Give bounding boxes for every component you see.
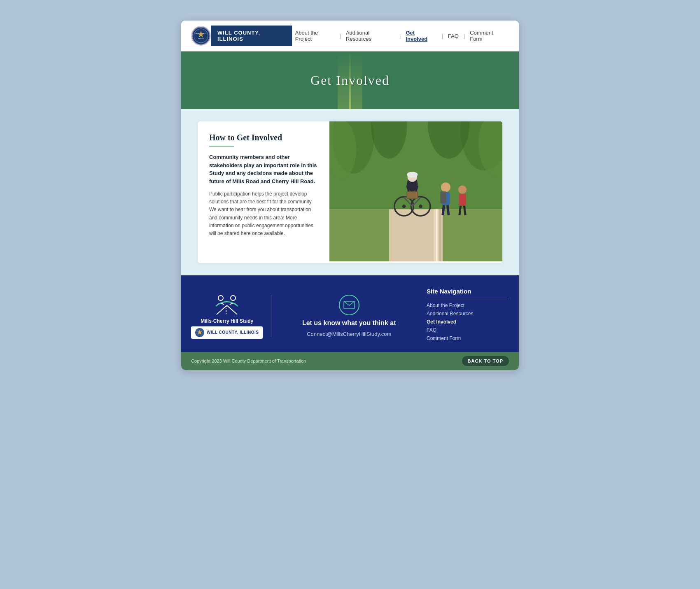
- card-bold-paragraph: Community members and other stakeholders…: [209, 153, 318, 185]
- card-text: How to Get Involved Community members an…: [198, 121, 329, 263]
- nav-divider-2: |: [399, 33, 401, 39]
- footer-nav-divider: [427, 299, 509, 299]
- footer-nav-faq[interactable]: FAQ: [427, 327, 509, 333]
- nav-divider-1: |: [340, 33, 341, 39]
- copyright-text: Copyright 2023 Will County Department of…: [191, 359, 306, 363]
- content-card: How to Get Involved Community members an…: [198, 121, 502, 263]
- nav-faq[interactable]: FAQ: [445, 31, 462, 41]
- svg-line-42: [460, 206, 461, 215]
- footer-county-seal-small: [195, 328, 204, 337]
- header: WILL COUNTY ILLINOIS WILL COUNTY, ILLINO…: [181, 21, 519, 51]
- card-heading-underline: [209, 146, 234, 147]
- bottom-bar: Copyright 2023 Will County Department of…: [181, 352, 519, 370]
- svg-rect-18: [329, 209, 389, 261]
- nav-about[interactable]: About the Project: [292, 28, 338, 44]
- county-seal: WILL COUNTY ILLINOIS: [191, 26, 211, 46]
- card-heading: How to Get Involved: [209, 133, 318, 142]
- footer-nav-comment[interactable]: Comment Form: [427, 335, 509, 341]
- svg-line-38: [443, 205, 444, 215]
- svg-point-45: [218, 296, 223, 300]
- svg-line-48: [227, 305, 237, 314]
- footer: Mills-Cherry Hill Study WILL COUNTY, ILL…: [181, 275, 519, 352]
- footer-nav-about[interactable]: About the Project: [427, 303, 509, 308]
- nav-divider-4: |: [464, 33, 465, 39]
- footer-county-text: WILL COUNTY, ILLINOIS: [207, 330, 259, 335]
- logo-area: WILL COUNTY ILLINOIS WILL COUNTY, ILLINO…: [191, 26, 292, 46]
- svg-rect-29: [407, 191, 418, 198]
- main-nav: About the Project | Additional Resources…: [292, 28, 509, 44]
- svg-point-21: [402, 205, 406, 208]
- svg-rect-37: [440, 191, 446, 203]
- svg-point-23: [419, 205, 422, 208]
- hero-title: Get Involved: [310, 73, 390, 88]
- svg-text:ILLINOIS: ILLINOIS: [198, 38, 204, 40]
- hero-section: Get Involved: [181, 51, 519, 109]
- svg-rect-17: [436, 209, 437, 261]
- logo-text: WILL COUNTY, ILLINOIS: [211, 26, 292, 46]
- svg-line-43: [464, 206, 465, 215]
- svg-point-32: [407, 172, 418, 177]
- svg-point-40: [458, 186, 467, 194]
- svg-line-39: [448, 205, 449, 215]
- footer-logo-section: Mills-Cherry Hill Study WILL COUNTY, ILL…: [191, 293, 263, 339]
- svg-point-46: [231, 296, 236, 300]
- footer-divider: [271, 295, 271, 336]
- footer-county-badge: WILL COUNTY, ILLINOIS: [191, 326, 263, 339]
- footer-study-name: Mills-Cherry Hill Study: [201, 318, 253, 324]
- svg-rect-19: [443, 209, 502, 261]
- svg-line-47: [217, 305, 227, 314]
- footer-study-icon: [212, 293, 241, 316]
- nav-resources[interactable]: Additional Resources: [343, 28, 398, 44]
- footer-nav: Site Navigation About the Project Additi…: [427, 288, 509, 344]
- page-wrapper: WILL COUNTY ILLINOIS WILL COUNTY, ILLINO…: [181, 21, 519, 370]
- card-regular-paragraph: Public participation helps the project d…: [209, 190, 318, 237]
- main-content: How to Get Involved Community members an…: [181, 109, 519, 275]
- nav-get-involved[interactable]: Get Involved: [402, 28, 440, 44]
- nav-comment[interactable]: Comment Form: [467, 28, 509, 44]
- footer-contact-heading: Let us know what you think at: [302, 319, 396, 327]
- svg-point-35: [441, 182, 450, 192]
- back-to-top-button[interactable]: BACK TO TOP: [462, 356, 509, 366]
- svg-rect-16: [439, 209, 441, 261]
- svg-rect-15: [434, 209, 439, 261]
- footer-nav-title: Site Navigation: [427, 288, 509, 295]
- svg-rect-41: [459, 194, 466, 206]
- card-image: [329, 121, 502, 263]
- footer-nav-resources[interactable]: Additional Resources: [427, 311, 509, 317]
- footer-contact: Let us know what you think at Connect@Mi…: [280, 295, 418, 337]
- nav-divider-3: |: [441, 33, 443, 39]
- footer-contact-email[interactable]: Connect@MillsCherryHillStudy.com: [307, 331, 391, 337]
- footer-nav-get-involved[interactable]: Get Involved: [427, 319, 509, 325]
- email-icon: [339, 295, 359, 315]
- footer-inner: Mills-Cherry Hill Study WILL COUNTY, ILL…: [191, 288, 509, 344]
